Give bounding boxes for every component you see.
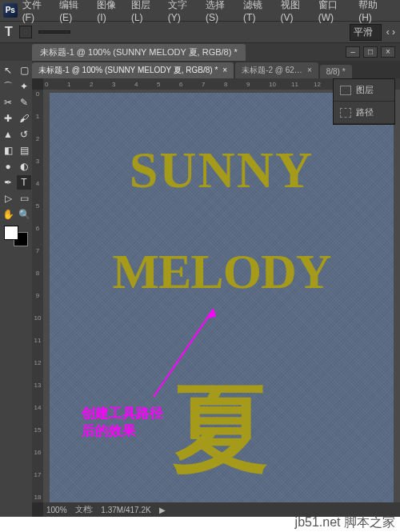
- eyedrop-tool[interactable]: ✎: [17, 95, 31, 110]
- type-tool[interactable]: T: [17, 175, 31, 190]
- shape-tool[interactable]: ▭: [17, 191, 31, 206]
- eraser-tool[interactable]: ◧: [1, 143, 15, 158]
- app-logo: Ps: [3, 3, 18, 18]
- hand-tool[interactable]: ✋: [1, 207, 15, 222]
- artboard[interactable]: SUNNY MELODY 夏 创建工具路径 后的效果: [50, 93, 394, 502]
- document-title: 未标题-1 @ 100% (SUNNY MELODY 夏, RGB/8) *: [32, 44, 246, 61]
- menu-item[interactable]: 滤镜(T): [243, 0, 274, 23]
- preset-dropdown[interactable]: [19, 26, 32, 38]
- panel-item-paths[interactable]: 路径: [334, 102, 394, 124]
- document-canvas[interactable]: SUNNY MELODY 夏 创建工具路径 后的效果: [43, 90, 400, 502]
- history-brush-tool[interactable]: ↺: [17, 127, 31, 142]
- option-arrows[interactable]: ‹ ›: [386, 26, 395, 38]
- close-button[interactable]: ×: [381, 46, 395, 58]
- menu-item[interactable]: 图层(L): [131, 0, 162, 23]
- annotation-text: 创建工具路径 后的效果: [82, 405, 163, 440]
- menu-item[interactable]: 帮助(H): [358, 0, 390, 23]
- page-watermark: jb51.net 脚本之家: [295, 514, 395, 531]
- text-tool-icon: T: [5, 25, 13, 39]
- tool-options-bar: T 平滑 ‹ ›: [0, 21, 400, 43]
- fg-color[interactable]: [4, 226, 18, 240]
- tool-palette: ↖▢ ⌒✦ ✂✎ ✚🖌 ▲↺ ◧▤ ●◐ ✒T ▷▭ ✋🔍: [0, 61, 32, 517]
- main-menu-bar: Ps 文件(F) 编辑(E) 图像(I) 图层(L) 文字(Y) 选择(S) 滤…: [0, 0, 400, 21]
- close-icon[interactable]: ×: [307, 66, 312, 74]
- docsize-label: 文档:: [75, 504, 94, 515]
- maximize-button[interactable]: □: [363, 46, 378, 58]
- menu-item[interactable]: 窗口(W): [318, 0, 352, 23]
- brush-tool[interactable]: 🖌: [17, 111, 31, 126]
- path-sel-tool[interactable]: ▷: [1, 191, 15, 206]
- menu-item[interactable]: 视图(V): [281, 0, 312, 23]
- vertical-ruler: 0123456789101112131415161718: [32, 90, 43, 502]
- gradient-tool[interactable]: ▤: [17, 143, 31, 158]
- close-icon[interactable]: ×: [222, 66, 227, 74]
- menu-item[interactable]: 选择(S): [206, 0, 237, 23]
- svg-marker-1: [206, 309, 216, 318]
- doc-tab-3[interactable]: 8/8) *: [320, 65, 352, 78]
- menu-item[interactable]: 文字(Y): [168, 0, 199, 23]
- minimize-button[interactable]: –: [346, 46, 360, 58]
- smoothing-dropdown[interactable]: 平滑: [350, 24, 382, 41]
- option-field-1[interactable]: [38, 30, 70, 34]
- text-layer-melody[interactable]: MELODY: [50, 243, 394, 300]
- blur-tool[interactable]: ●: [1, 159, 15, 174]
- zoom-level[interactable]: 100%: [46, 506, 67, 514]
- menu-item[interactable]: 图像(I): [97, 0, 125, 23]
- heal-tool[interactable]: ✚: [1, 111, 15, 126]
- document-title-bar: 未标题-1 @ 100% (SUNNY MELODY 夏, RGB/8) * –…: [0, 43, 400, 61]
- menu-item[interactable]: 文件(F): [22, 0, 54, 23]
- zoom-tool[interactable]: 🔍: [17, 207, 31, 222]
- dodge-tool[interactable]: ◐: [17, 159, 31, 174]
- text-layer-sunny[interactable]: SUNNY: [50, 141, 394, 200]
- status-flyout-icon[interactable]: ▶: [159, 506, 166, 514]
- docsize-value: 1.37M/417.2K: [101, 506, 150, 514]
- layers-icon: [340, 86, 351, 95]
- move-tool[interactable]: ↖: [1, 63, 15, 78]
- doc-tab-1[interactable]: 未标题-1 @ 100% (SUNNY MELODY 夏, RGB/8) *×: [32, 62, 234, 78]
- stamp-tool[interactable]: ▲: [1, 127, 15, 142]
- panel-item-layers[interactable]: 图层: [334, 79, 394, 102]
- color-swatch[interactable]: [4, 226, 28, 246]
- floating-panel[interactable]: 图层 路径: [333, 78, 395, 125]
- menu-item[interactable]: 编辑(E): [59, 0, 90, 23]
- document-tab-strip: 未标题-1 @ 100% (SUNNY MELODY 夏, RGB/8) *× …: [32, 61, 400, 78]
- lasso-tool[interactable]: ⌒: [1, 79, 15, 94]
- crop-tool[interactable]: ✂: [1, 95, 15, 110]
- doc-tab-2[interactable]: 未标题-2 @ 62…×: [235, 62, 318, 78]
- pen-tool[interactable]: ✒: [1, 175, 15, 190]
- wand-tool[interactable]: ✦: [17, 79, 31, 94]
- paths-icon: [340, 108, 351, 118]
- marquee-tool[interactable]: ▢: [17, 63, 31, 78]
